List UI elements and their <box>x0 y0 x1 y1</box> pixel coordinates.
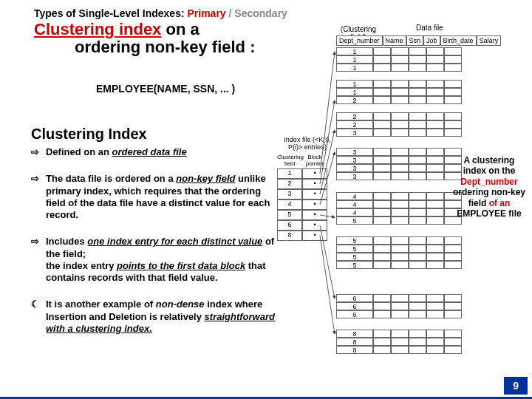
index-row: 3• <box>277 189 327 200</box>
bullet-text: Includes one index entry for each distin… <box>46 236 275 284</box>
table-row: 1 <box>336 88 462 96</box>
table-row: 4 <box>336 192 462 200</box>
figure-caption: A clustering index on the Dept_number or… <box>453 155 525 219</box>
column-header: Ssn <box>406 35 424 46</box>
caption-text: A clustering index on the <box>463 155 516 176</box>
table-row: 3 <box>336 156 462 164</box>
table-row: 5 <box>336 236 462 245</box>
bullet-text: It is another example of non-dense index… <box>46 299 275 335</box>
bullet-item: ⇨Defined on an ordered data file <box>31 146 275 158</box>
caption-text: EMPLOYEE file <box>457 208 521 219</box>
data-block: 111 <box>336 47 462 72</box>
index-row: 4• <box>277 200 327 210</box>
schema-text: EMPLOYEE(NAME, SSN, ... ) <box>96 83 235 95</box>
table-row: 2 <box>336 120 462 129</box>
column-header: Salary <box>477 35 502 46</box>
data-block: 666 <box>336 294 462 318</box>
table-row: 5 <box>336 245 462 253</box>
data-file-header: Dept_numberNameSsnJobBirth_dateSalary <box>336 35 501 46</box>
data-block: 4445 <box>336 192 462 225</box>
table-row: 5 <box>336 253 462 261</box>
subtitle-emph: Clustering index <box>34 20 161 38</box>
table-row: 6 <box>336 302 462 310</box>
caption-emph: Dept_number <box>460 177 517 187</box>
table-row: 3 <box>336 129 462 137</box>
table-row: 1 <box>336 47 462 55</box>
table-row: 6 <box>336 310 462 318</box>
table-row: 8 <box>336 338 462 346</box>
table-row: 8 <box>336 346 462 354</box>
table-row: 4 <box>336 208 462 216</box>
data-block: 3333 <box>336 148 462 180</box>
data-block: 5555 <box>336 236 462 269</box>
bullet-item: ⇨Includes one index entry for each disti… <box>31 236 275 284</box>
page-header: Types of Single-Level Indexes: Primary /… <box>34 7 287 19</box>
index-row: 1• <box>277 168 327 179</box>
bullet-glyph: ⇨ <box>31 236 46 284</box>
header-sep: / <box>226 7 235 19</box>
table-row: 1 <box>336 55 462 64</box>
bullet-text: The data file is ordered on a non-key fi… <box>46 173 275 221</box>
column-header: Dept_number <box>336 35 383 46</box>
index-table: 1•2•3•4•5•6•8• <box>277 168 327 241</box>
bullet-list: ⇨Defined on an ordered data file⇨The dat… <box>31 146 275 349</box>
table-row: 1 <box>336 80 462 88</box>
column-header: Birth_date <box>440 35 477 46</box>
bullet-glyph: ⇨ <box>31 173 46 221</box>
index-row: 2• <box>277 179 327 189</box>
data-block: 888 <box>336 330 462 354</box>
table-row: 3 <box>336 148 462 156</box>
column-header: Name <box>383 35 406 46</box>
data-block: 223 <box>336 112 462 137</box>
header-primary: Primary <box>187 7 225 19</box>
section-title: Clustering Index <box>31 126 147 143</box>
subtitle-rest2: ordering non-key field : <box>34 38 255 56</box>
bullet-item: ⇨The data file is ordered on a non-key f… <box>31 173 275 221</box>
index-file-label: Index file (<K(i), P(i)> entries) <box>282 136 333 151</box>
caption-emph: of an <box>489 198 511 208</box>
table-row: 8 <box>336 330 462 338</box>
table-row: 5 <box>336 261 462 269</box>
table-row: 2 <box>336 96 462 104</box>
header-prefix: Types of Single-Level Indexes: <box>34 7 185 19</box>
bullet-item: ☾It is another example of non-dense inde… <box>31 299 275 335</box>
table-row: 3 <box>336 164 462 172</box>
table-row: 2 <box>336 112 462 120</box>
page-number: 9 <box>504 377 528 395</box>
table-row: 6 <box>336 294 462 302</box>
index-row: 8• <box>277 231 327 241</box>
subtitle-rest1: on a <box>161 20 199 38</box>
data-file-label: Data file <box>416 24 443 32</box>
column-header: Job <box>423 35 440 46</box>
bullet-glyph: ☾ <box>31 299 46 335</box>
data-block: 112 <box>336 80 462 104</box>
svg-line-6 <box>320 236 335 334</box>
table-row: 1 <box>336 64 462 72</box>
index-row: 6• <box>277 220 327 231</box>
header-secondary: Secondary <box>234 7 287 19</box>
table-row: 5 <box>336 216 462 225</box>
index-row: 5• <box>277 210 327 220</box>
subtitle: Clustering index on a ordering non-key f… <box>34 21 270 56</box>
bullet-glyph: ⇨ <box>31 146 46 158</box>
table-row: 4 <box>336 200 462 208</box>
bullet-text: Defined on an ordered data file <box>46 146 275 158</box>
table-row: 3 <box>336 172 462 180</box>
